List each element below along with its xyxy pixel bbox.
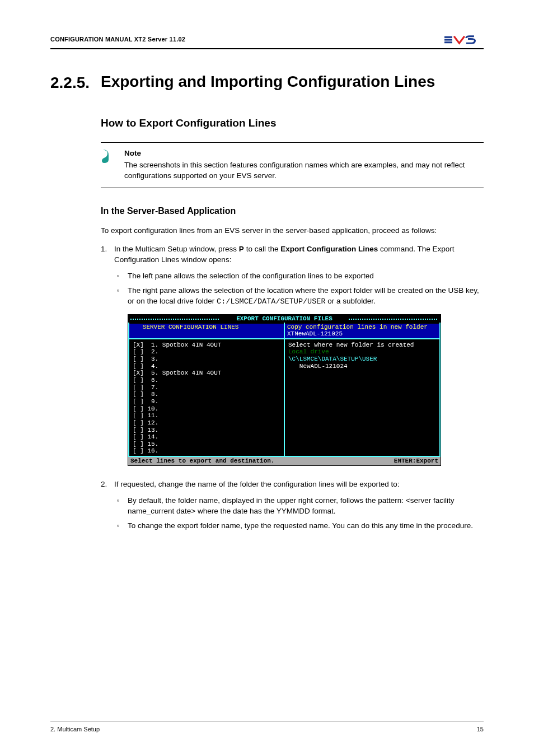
terminal-line: [ ] 2. [133,348,280,356]
bullet-icon: ◦ [114,521,128,531]
bullet-text: To change the export folder name, type t… [128,521,484,531]
key-P: P [239,245,244,253]
bullet: ◦ To change the export folder name, type… [114,521,484,531]
terminal-left-pane: SERVER CONFIGURATION LINES [X] 1. Spotbo… [128,323,284,456]
terminal-line: [ ] 10. [133,405,280,413]
terminal-title: EXPORT CONFIGURATION FILES [128,315,441,323]
svg-rect-1 [444,39,452,40]
terminal-line: [ ] 3. [133,356,280,363]
step-number: 2. [101,479,114,536]
terminal-footer-left: Select lines to export and destination. [130,458,274,465]
step-text: If requested, change the name of the fol… [114,480,400,488]
bullet-text: or a subfolder. [326,297,376,305]
terminal-screenshot: EXPORT CONFIGURATION FILES SERVER CONFIG… [128,314,441,466]
step-text: to call the [244,245,280,253]
terminal-line: [ ] 16. [133,447,280,455]
terminal-line: \C\LSMCE\DATA\SETUP\USER [288,356,436,363]
section-number: 2.2.5. [50,72,101,94]
svg-rect-2 [444,41,452,43]
terminal-line: [ ] 6. [133,377,280,384]
step-number: 1. [101,244,114,474]
intro-paragraph: To export configuration lines from an EV… [101,226,484,236]
terminal-line: Select where new folder is created [288,342,436,349]
bullet-text: By default, the folder name, displayed i… [128,496,484,517]
terminal-footer-right: ENTER:Export [394,458,438,465]
step-2: 2. If requested, change the name of the … [101,479,484,536]
terminal-right-pane: Copy configuration lines in new folder X… [284,323,441,456]
note-label: Note [124,148,484,159]
page-header: CONFIGURATION MANUAL XT2 Server 11.02 [50,34,484,49]
terminal-line: NewADL-121024 [288,363,436,370]
terminal-line: [ ] 4. [133,363,280,370]
terminal-line: [ ] 11. [133,412,280,419]
terminal-line: [X] 5. Spotbox 4IN 4OUT [133,370,280,377]
path-text: C:/LSMCE/DATA/SETUP/USER [217,297,325,306]
terminal-line: [ ] 13. [133,427,280,434]
bullet-icon: ◦ [114,496,128,517]
note-icon [101,148,116,181]
command-name: Export Configuration Lines [280,245,378,253]
doc-title: CONFIGURATION MANUAL XT2 Server 11.02 [50,35,185,44]
terminal-line: [ ] 9. [133,398,280,405]
terminal-right-header: Copy configuration lines in new folder X… [285,324,439,339]
step-1: 1. In the Multicam Setup window, press P… [101,244,484,474]
bullet-text: The left pane allows the selection of th… [128,271,484,282]
right-header-line2: XTNewADL-121025 [287,330,343,337]
svg-rect-0 [444,36,452,38]
evs-logo [444,34,484,46]
terminal-left-header: SERVER CONFIGURATION LINES [129,324,284,339]
bullet-icon: ◦ [114,286,128,307]
terminal-line: [ ] 14. [133,433,280,441]
footer-chapter: 2. Multicam Setup [50,725,100,734]
note-text: The screenshots in this section features… [124,161,465,180]
terminal-line: [ ] 7. [133,384,280,391]
terminal-line: [ ] 12. [133,419,280,427]
note-box: Note The screenshots in this section fea… [101,142,484,189]
section-title: Exporting and Importing Configuration Li… [101,72,484,91]
subheading: In the Server-Based Application [101,205,484,217]
bullet: ◦ By default, the folder name, displayed… [114,496,484,517]
terminal-line: Local drive [288,348,436,356]
terminal-line: [ ] 15. [133,441,280,448]
terminal-line: [ ] 8. [133,391,280,398]
subsection-heading: How to Export Configuration Lines [101,116,484,131]
footer-page-number: 15 [477,725,484,734]
terminal-left-lines: [X] 1. Spotbox 4IN 4OUT[ ] 2.[ ] 3.[ ] 4… [133,342,280,455]
page-footer: 2. Multicam Setup 15 [50,721,484,734]
bullet-icon: ◦ [114,271,128,282]
bullet: ◦ The left pane allows the selection of … [114,271,484,282]
right-header-line1: Copy configuration lines in new folder [287,324,428,330]
terminal-footer: Select lines to export and destination. … [128,456,441,465]
bullet: ◦ The right pane allows the selection of… [114,286,484,307]
terminal-right-lines: Select where new folder is createdLocal … [288,342,436,370]
terminal-line: [X] 1. Spotbox 4IN 4OUT [133,342,280,349]
step-text: In the Multicam Setup window, press [114,245,239,253]
